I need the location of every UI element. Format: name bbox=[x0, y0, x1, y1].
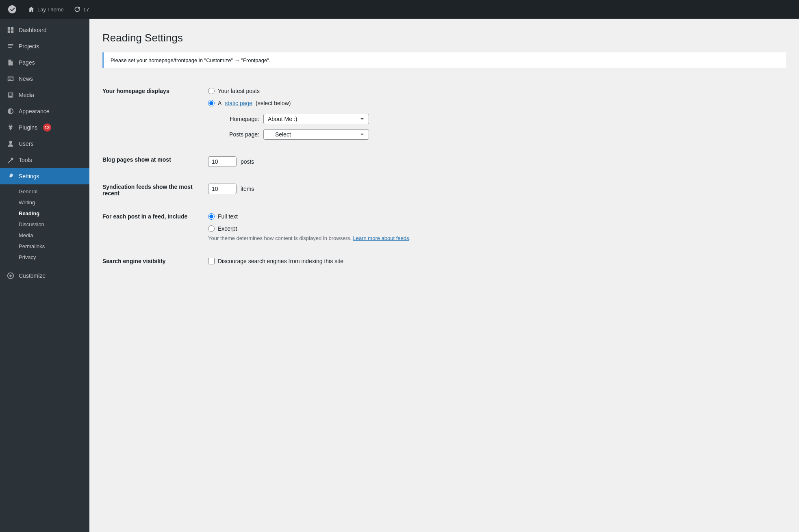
syndication-feeds-suffix: items bbox=[241, 186, 254, 192]
sidebar-item-news[interactable]: News bbox=[0, 71, 89, 87]
feed-content-label: For each post in a feed, include bbox=[102, 205, 208, 250]
homepage-radio-group: Your latest posts A static page (select … bbox=[208, 88, 786, 106]
settings-icon bbox=[7, 172, 15, 180]
excerpt-label: Excerpt bbox=[218, 225, 237, 232]
page-title: Reading Settings bbox=[102, 32, 786, 44]
sidebar-item-appearance[interactable]: Appearance bbox=[0, 103, 89, 119]
sidebar-item-label: Media bbox=[19, 92, 34, 98]
pages-icon bbox=[7, 58, 15, 67]
news-icon bbox=[7, 75, 15, 83]
blog-pages-input[interactable] bbox=[208, 156, 237, 167]
homepage-select[interactable]: About Me :) About Contact Blog bbox=[263, 114, 369, 124]
full-text-radio[interactable] bbox=[208, 213, 215, 220]
sidebar-item-label: Tools bbox=[19, 157, 32, 163]
sidebar-item-label: Settings bbox=[19, 173, 39, 179]
submenu-writing[interactable]: Writing bbox=[0, 197, 89, 208]
plugins-badge: 12 bbox=[43, 123, 51, 132]
updates-count: 17 bbox=[83, 6, 89, 13]
wp-logo-icon bbox=[7, 4, 18, 15]
updates-bar-item[interactable]: 17 bbox=[74, 6, 89, 13]
full-text-label: Full text bbox=[218, 213, 238, 220]
learn-more-feeds-link[interactable]: Learn more about feeds bbox=[353, 235, 409, 241]
sidebar-customize-label: Customize bbox=[19, 272, 46, 279]
blog-pages-label: Blog pages show at most bbox=[102, 148, 208, 175]
latest-posts-radio-label[interactable]: Your latest posts bbox=[208, 88, 786, 94]
posts-page-select[interactable]: — Select — Blog News Archive bbox=[263, 129, 369, 140]
feed-description: Your theme determines how content is dis… bbox=[208, 235, 786, 241]
static-page-radio-label[interactable]: A static page (select below) bbox=[208, 100, 786, 106]
sidebar-item-customize[interactable]: Customize bbox=[0, 268, 89, 284]
blog-pages-row: Blog pages show at most posts bbox=[102, 148, 786, 175]
sidebar-item-settings[interactable]: Settings bbox=[0, 168, 89, 184]
sidebar-item-users[interactable]: Users bbox=[0, 136, 89, 152]
svg-rect-0 bbox=[8, 27, 10, 30]
media-icon bbox=[7, 91, 15, 99]
sidebar-item-label: Plugins bbox=[19, 124, 37, 131]
site-name-bar-item[interactable]: Lay Theme bbox=[28, 6, 64, 13]
submenu-privacy[interactable]: Privacy bbox=[0, 252, 89, 263]
search-engine-field: Discourage search engines from indexing … bbox=[208, 250, 786, 273]
syndication-feeds-input[interactable] bbox=[208, 184, 237, 194]
blog-pages-suffix: posts bbox=[241, 158, 254, 165]
users-icon bbox=[7, 140, 15, 148]
sidebar-item-media[interactable]: Media bbox=[0, 87, 89, 103]
excerpt-radio[interactable] bbox=[208, 225, 215, 232]
search-engine-label: Search engine visibility bbox=[102, 250, 208, 273]
posts-page-select-row: Posts page: — Select — Blog News Archive bbox=[219, 129, 786, 140]
sidebar-item-tools[interactable]: Tools bbox=[0, 152, 89, 168]
sidebar-item-label: Appearance bbox=[19, 108, 50, 115]
dashboard-icon bbox=[7, 26, 15, 34]
svg-rect-1 bbox=[11, 27, 13, 30]
submenu-general[interactable]: General bbox=[0, 186, 89, 197]
search-engine-checkbox[interactable] bbox=[208, 258, 215, 264]
refresh-icon bbox=[74, 6, 81, 13]
search-engine-checkbox-text: Discourage search engines from indexing … bbox=[218, 258, 343, 264]
sidebar-item-dashboard[interactable]: Dashboard bbox=[0, 22, 89, 38]
static-page-label-suffix: (select below) bbox=[256, 100, 291, 106]
main-layout: Dashboard Projects Pages News Media bbox=[0, 19, 799, 532]
homepage-displays-label: Your homepage displays bbox=[102, 80, 208, 148]
static-page-options: Homepage: About Me :) About Contact Blog… bbox=[219, 114, 786, 140]
site-name-label: Lay Theme bbox=[37, 6, 64, 13]
tools-icon bbox=[7, 156, 15, 164]
homepage-displays-options: Your latest posts A static page (select … bbox=[208, 80, 786, 148]
posts-page-select-label: Posts page: bbox=[219, 131, 259, 138]
static-page-link[interactable]: static page bbox=[225, 100, 252, 106]
blog-pages-field: posts bbox=[208, 148, 786, 175]
sidebar-item-pages[interactable]: Pages bbox=[0, 54, 89, 71]
sidebar-item-plugins[interactable]: Plugins 12 bbox=[0, 119, 89, 136]
latest-posts-radio[interactable] bbox=[208, 88, 215, 94]
sidebar-item-label: Pages bbox=[19, 59, 35, 66]
svg-rect-2 bbox=[8, 30, 10, 33]
appearance-icon bbox=[7, 107, 15, 115]
svg-point-5 bbox=[9, 275, 11, 277]
admin-bar: Lay Theme 17 bbox=[0, 0, 799, 19]
settings-submenu: General Writing Reading Discussion Media… bbox=[0, 184, 89, 264]
settings-form-table: Your homepage displays Your latest posts… bbox=[102, 80, 786, 273]
homepage-select-label: Homepage: bbox=[219, 116, 259, 122]
static-page-label-prefix: A bbox=[218, 100, 221, 106]
submenu-reading[interactable]: Reading bbox=[0, 208, 89, 219]
full-text-radio-label[interactable]: Full text bbox=[208, 213, 786, 220]
submenu-media[interactable]: Media bbox=[0, 230, 89, 241]
homepage-displays-row: Your homepage displays Your latest posts… bbox=[102, 80, 786, 148]
feed-content-options: Full text Excerpt Your theme determines … bbox=[208, 205, 786, 250]
submenu-permalinks[interactable]: Permalinks bbox=[0, 241, 89, 252]
sidebar-item-label: Dashboard bbox=[19, 27, 47, 33]
plugins-icon bbox=[7, 123, 15, 132]
static-page-radio[interactable] bbox=[208, 100, 215, 106]
feed-content-radio-group: Full text Excerpt bbox=[208, 213, 786, 232]
sidebar-item-projects[interactable]: Projects bbox=[0, 38, 89, 54]
notice-box: Please set your homepage/frontpage in "C… bbox=[102, 52, 786, 68]
svg-rect-3 bbox=[11, 30, 13, 33]
excerpt-radio-label[interactable]: Excerpt bbox=[208, 225, 786, 232]
sidebar-item-label: Users bbox=[19, 141, 34, 147]
sidebar: Dashboard Projects Pages News Media bbox=[0, 19, 89, 532]
main-content: Reading Settings Please set your homepag… bbox=[89, 19, 799, 532]
homepage-select-row: Homepage: About Me :) About Contact Blog bbox=[219, 114, 786, 124]
syndication-feeds-field: items bbox=[208, 175, 786, 205]
submenu-discussion[interactable]: Discussion bbox=[0, 219, 89, 230]
customize-icon bbox=[7, 272, 15, 280]
search-engine-checkbox-label[interactable]: Discourage search engines from indexing … bbox=[208, 258, 786, 264]
sidebar-item-label: News bbox=[19, 76, 33, 82]
